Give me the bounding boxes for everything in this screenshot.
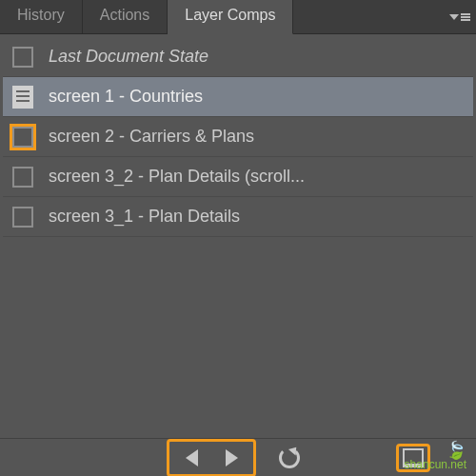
panel-flyout-menu-button[interactable]	[442, 0, 476, 33]
list-item-label: screen 3_2 - Plan Details (scroll...	[49, 167, 305, 187]
layer-comps-panel: History Actions Layer Comps Last Documen…	[0, 0, 476, 476]
apply-comp-checkbox[interactable]	[12, 127, 33, 148]
next-comp-button[interactable]	[211, 442, 251, 474]
tab-actions[interactable]: Actions	[83, 0, 168, 33]
previous-comp-button[interactable]	[171, 442, 211, 474]
new-comp-highlight	[396, 444, 430, 472]
applied-comp-icon[interactable]	[12, 86, 33, 109]
list-item-label: screen 3_1 - Plan Details	[49, 207, 240, 227]
triangle-right-icon	[226, 449, 238, 466]
apply-comp-checkbox[interactable]	[12, 47, 33, 68]
list-item-screen-3-1[interactable]: screen 3_1 - Plan Details	[3, 197, 473, 237]
panel-tab-bar: History Actions Layer Comps	[0, 0, 476, 34]
list-item-label: Last Document State	[49, 47, 208, 67]
list-item-screen-1[interactable]: screen 1 - Countries	[3, 77, 473, 117]
cycle-comps-highlight	[167, 439, 256, 477]
list-item-last-document-state[interactable]: Last Document State	[3, 37, 473, 77]
update-comp-button[interactable]	[269, 442, 309, 474]
new-comp-button[interactable]	[403, 448, 424, 467]
list-item-label: screen 1 - Countries	[49, 87, 203, 107]
tab-layer-comps[interactable]: Layer Comps	[168, 0, 293, 34]
tab-history[interactable]: History	[0, 0, 83, 33]
apply-comp-checkbox[interactable]	[12, 207, 33, 228]
list-item-screen-3-2[interactable]: screen 3_2 - Plan Details (scroll...	[3, 157, 473, 197]
apply-comp-checkbox[interactable]	[12, 167, 33, 188]
menu-lines-icon	[461, 13, 470, 15]
refresh-icon	[279, 447, 300, 468]
triangle-left-icon	[186, 449, 198, 466]
list-item-label: screen 2 - Carriers & Plans	[49, 127, 254, 147]
panel-bottom-toolbar: 🍃 shancun.net	[0, 438, 476, 476]
watermark-domain: .net	[447, 458, 466, 471]
list-item-screen-2[interactable]: screen 2 - Carriers & Plans	[3, 117, 473, 157]
chevron-down-icon	[449, 14, 459, 20]
layer-comps-list: Last Document State screen 1 - Countries…	[0, 34, 476, 438]
